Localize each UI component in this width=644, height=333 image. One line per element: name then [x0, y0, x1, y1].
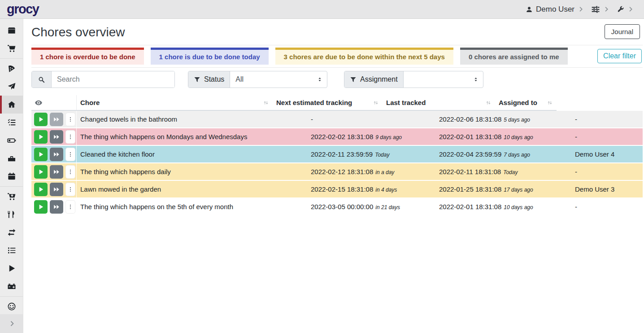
paper-plane-icon [7, 82, 16, 91]
eye-icon [35, 99, 43, 107]
sidebar-item-stock[interactable] [0, 22, 23, 39]
ellipsis-v-icon [67, 134, 74, 140]
next-tracking-cell: 2022-02-02 18:31:089 days ago [307, 133, 435, 140]
track-chore-button[interactable] [34, 113, 48, 126]
user-menu[interactable]: Demo User [526, 5, 583, 14]
assignment-filter-group: Assignment [344, 71, 483, 88]
skip-chore-button[interactable] [50, 200, 63, 214]
overdue-card[interactable]: 1 chore is overdue to be done [31, 48, 144, 65]
assigned-to-cell: - [571, 168, 643, 175]
last-tracked-ago: 10 days ago [504, 204, 533, 210]
tasks-icon [7, 118, 16, 127]
sidebar-item-inventory[interactable] [0, 241, 23, 259]
manage-menu[interactable] [591, 5, 609, 14]
journal-button[interactable]: Journal [605, 24, 640, 39]
chore-name: Lawn mowed in the garden [77, 185, 307, 193]
assigned-to-me-card[interactable]: 0 chores are assigned to me [460, 48, 568, 65]
status-filter-value: All [235, 75, 244, 83]
next-tracking-column-header[interactable]: Next estimated tracking [273, 95, 383, 110]
sort-icon [547, 100, 553, 106]
last-tracked-column-header[interactable]: Last tracked [383, 95, 495, 110]
row-menu-button[interactable] [65, 148, 75, 161]
track-chore-button[interactable] [34, 200, 48, 214]
track-chore-button[interactable] [34, 148, 48, 161]
play-icon [37, 186, 44, 193]
chevron-right-icon [603, 6, 609, 12]
row-menu-button[interactable] [65, 200, 75, 214]
next-tracking-cell: 2022-02-15 18:31:08in 4 days [307, 185, 435, 193]
wrench-icon [617, 5, 624, 13]
next-tracking-value: 2022-03-05 00:00:00 [311, 203, 373, 210]
search-input[interactable] [52, 71, 174, 88]
next-tracking-ago: 9 days ago [375, 134, 402, 140]
list-icon [7, 246, 16, 255]
assigned-to-column-header[interactable]: Assigned to [495, 95, 557, 110]
actions-column-header [31, 95, 77, 110]
row-menu-button[interactable] [65, 165, 75, 179]
sidebar-item-consume[interactable] [0, 206, 23, 223]
chore-column-header[interactable]: Chore [77, 95, 273, 110]
sidebar-item-meal-plan[interactable] [0, 78, 23, 96]
sidebar-item-battery-tracking[interactable] [0, 277, 23, 295]
filter-row: Status All Assignment [31, 68, 643, 92]
last-tracked-cell: 2022-02-11 18:31:08Today [435, 168, 571, 175]
sidebar-item-batteries[interactable] [0, 131, 23, 149]
assigned-to-cell: Demo User 4 [571, 150, 643, 158]
due-today-card[interactable]: 1 chore is due to be done today [151, 48, 269, 65]
last-tracked-value: 2022-02-11 18:31:08 [439, 168, 501, 175]
sidebar-item-chore-tracking[interactable] [0, 259, 23, 277]
ellipsis-v-icon [67, 204, 74, 210]
track-chore-button[interactable] [34, 130, 48, 144]
toolbox-icon [7, 154, 16, 163]
chore-name: Changed towels in the bathroom [77, 115, 307, 123]
sidebar-item-chores-active[interactable] [0, 96, 23, 114]
play-icon [37, 203, 44, 210]
sidebar-item-transfer[interactable] [0, 223, 23, 241]
due-soon-card[interactable]: 3 chores are due to be done within the n… [275, 48, 453, 65]
fast-forward-icon [53, 116, 60, 123]
next-tracking-cell: - [307, 115, 435, 123]
box-icon [7, 26, 16, 35]
settings-menu[interactable] [617, 5, 633, 13]
grocy-logo[interactable]: grocy [7, 2, 39, 17]
skip-chore-button[interactable] [50, 130, 63, 144]
skip-chore-button[interactable] [50, 148, 63, 161]
row-menu-button[interactable] [65, 113, 75, 126]
top-navbar: grocy Demo User [0, 0, 644, 19]
sidebar-item-purchase[interactable] [0, 188, 23, 206]
fast-forward-icon [53, 203, 60, 210]
track-chore-button[interactable] [34, 183, 48, 196]
status-filter-select[interactable]: All [230, 71, 327, 88]
sidebar-collapse-toggle[interactable] [0, 314, 23, 333]
row-menu-button[interactable] [65, 183, 75, 196]
user-menu-label: Demo User [536, 5, 574, 14]
skip-chore-button[interactable] [50, 165, 63, 179]
sidebar-item-smiley[interactable] [0, 298, 23, 315]
assignment-filter-select[interactable] [404, 71, 483, 88]
sidebar-item-recipes[interactable] [0, 60, 23, 78]
skip-chore-button[interactable] [50, 113, 63, 126]
row-menu-button[interactable] [65, 130, 75, 144]
play-icon [37, 133, 44, 140]
row-actions [31, 111, 77, 127]
sidebar-item-equipment[interactable] [0, 149, 23, 167]
row-actions [31, 163, 77, 180]
clear-filter-button[interactable]: Clear filter [597, 49, 642, 63]
caret-updown-icon [317, 76, 323, 83]
chore-name: Cleaned the kitchen floor [77, 150, 307, 158]
chore-name: The thing which happens on the 5th of ev… [77, 203, 307, 210]
sidebar-item-shopping-list[interactable] [0, 39, 23, 57]
next-tracking-ago: in 21 days [375, 204, 400, 210]
user-icon [526, 6, 533, 13]
sidebar-item-calendar[interactable] [0, 167, 23, 185]
track-chore-button[interactable] [34, 165, 48, 179]
assigned-to-cell: Demo User 3 [571, 185, 643, 193]
assigned-to-cell: - [571, 133, 643, 140]
chevron-right-icon [578, 6, 583, 12]
navbar-right: Demo User [526, 5, 633, 14]
row-actions [31, 198, 77, 215]
sidebar-item-tasks[interactable] [0, 114, 23, 131]
skip-chore-button[interactable] [50, 183, 63, 196]
status-filter-label: Status [204, 75, 224, 83]
assignment-filter-label: Assignment [360, 75, 398, 83]
